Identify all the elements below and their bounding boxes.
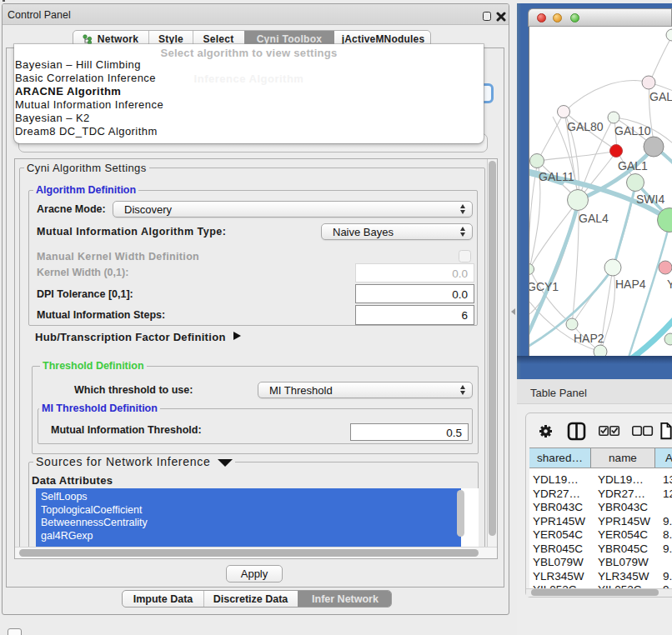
svg-text:HAP4: HAP4 — [615, 278, 646, 291]
svg-text:YEL0: YEL0 — [667, 278, 672, 291]
svg-text:GAL11: GAL11 — [539, 170, 574, 183]
svg-text:SWI4: SWI4 — [636, 192, 664, 206]
svg-text:GAL80: GAL80 — [567, 120, 604, 133]
svg-text:GAL2: GAL2 — [649, 90, 672, 103]
svg-text:GAL1: GAL1 — [618, 159, 648, 172]
svg-text:GCY1: GCY1 — [529, 280, 559, 293]
svg-text:HAP2: HAP2 — [574, 332, 604, 345]
svg-text:GAL10: GAL10 — [614, 124, 651, 138]
svg-text:GAL4: GAL4 — [579, 212, 609, 225]
